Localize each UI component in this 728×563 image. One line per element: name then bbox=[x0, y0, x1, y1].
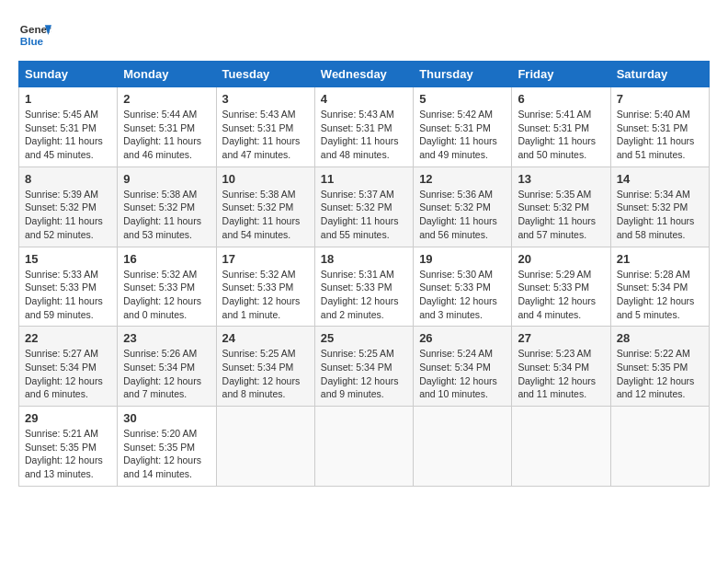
day-number: 8 bbox=[25, 172, 111, 186]
day-number: 19 bbox=[419, 252, 506, 266]
day-info: Sunrise: 5:38 AMSunset: 5:32 PMDaylight:… bbox=[123, 189, 201, 240]
day-info: Sunrise: 5:31 AMSunset: 5:33 PMDaylight:… bbox=[321, 269, 399, 320]
calendar-cell bbox=[512, 407, 610, 487]
day-info: Sunrise: 5:30 AMSunset: 5:33 PMDaylight:… bbox=[419, 269, 497, 320]
weekday-header-wednesday: Wednesday bbox=[314, 62, 413, 87]
weekday-header-sunday: Sunday bbox=[19, 62, 118, 87]
weekday-header-row: SundayMondayTuesdayWednesdayThursdayFrid… bbox=[19, 62, 710, 87]
calendar-cell bbox=[414, 407, 512, 487]
day-number: 28 bbox=[617, 331, 703, 345]
calendar-cell bbox=[216, 407, 314, 487]
day-number: 23 bbox=[123, 331, 210, 345]
day-info: Sunrise: 5:25 AMSunset: 5:34 PMDaylight:… bbox=[321, 348, 399, 399]
day-number: 11 bbox=[321, 172, 407, 186]
calendar-cell: 28 Sunrise: 5:22 AMSunset: 5:35 PMDaylig… bbox=[610, 327, 709, 407]
day-number: 17 bbox=[222, 252, 309, 266]
day-info: Sunrise: 5:35 AMSunset: 5:32 PMDaylight:… bbox=[518, 189, 596, 240]
day-number: 7 bbox=[617, 92, 703, 106]
day-info: Sunrise: 5:23 AMSunset: 5:34 PMDaylight:… bbox=[518, 348, 596, 399]
day-number: 1 bbox=[25, 92, 111, 106]
day-info: Sunrise: 5:21 AMSunset: 5:35 PMDaylight:… bbox=[25, 428, 103, 479]
calendar-cell: 27 Sunrise: 5:23 AMSunset: 5:34 PMDaylig… bbox=[512, 327, 610, 407]
calendar-cell: 14 Sunrise: 5:34 AMSunset: 5:32 PMDaylig… bbox=[610, 167, 709, 247]
calendar-cell: 22 Sunrise: 5:27 AMSunset: 5:34 PMDaylig… bbox=[19, 327, 118, 407]
day-number: 29 bbox=[25, 411, 111, 425]
calendar-cell: 23 Sunrise: 5:26 AMSunset: 5:34 PMDaylig… bbox=[118, 327, 216, 407]
day-number: 13 bbox=[518, 172, 604, 186]
calendar-week-row: 8 Sunrise: 5:39 AMSunset: 5:32 PMDayligh… bbox=[19, 167, 710, 247]
calendar-cell: 2 Sunrise: 5:44 AMSunset: 5:31 PMDayligh… bbox=[118, 87, 216, 167]
calendar-week-row: 1 Sunrise: 5:45 AMSunset: 5:31 PMDayligh… bbox=[19, 87, 710, 167]
day-info: Sunrise: 5:38 AMSunset: 5:32 PMDaylight:… bbox=[222, 189, 301, 240]
calendar-cell: 9 Sunrise: 5:38 AMSunset: 5:32 PMDayligh… bbox=[118, 167, 216, 247]
day-info: Sunrise: 5:29 AMSunset: 5:33 PMDaylight:… bbox=[518, 269, 596, 320]
calendar-week-row: 15 Sunrise: 5:33 AMSunset: 5:33 PMDaylig… bbox=[19, 247, 710, 327]
day-info: Sunrise: 5:40 AMSunset: 5:31 PMDaylight:… bbox=[617, 109, 695, 160]
day-number: 14 bbox=[617, 172, 703, 186]
day-info: Sunrise: 5:44 AMSunset: 5:31 PMDaylight:… bbox=[123, 109, 201, 160]
page-header: General Blue bbox=[18, 18, 710, 52]
day-info: Sunrise: 5:43 AMSunset: 5:31 PMDaylight:… bbox=[321, 109, 399, 160]
weekday-header-friday: Friday bbox=[512, 62, 610, 87]
day-info: Sunrise: 5:28 AMSunset: 5:34 PMDaylight:… bbox=[617, 269, 695, 320]
calendar-cell bbox=[610, 407, 709, 487]
logo: General Blue bbox=[18, 18, 51, 52]
day-number: 30 bbox=[123, 411, 210, 425]
day-number: 12 bbox=[419, 172, 506, 186]
calendar-week-row: 22 Sunrise: 5:27 AMSunset: 5:34 PMDaylig… bbox=[19, 327, 710, 407]
calendar-cell: 1 Sunrise: 5:45 AMSunset: 5:31 PMDayligh… bbox=[19, 87, 118, 167]
day-info: Sunrise: 5:36 AMSunset: 5:32 PMDaylight:… bbox=[419, 189, 497, 240]
day-number: 25 bbox=[321, 331, 407, 345]
calendar-cell: 16 Sunrise: 5:32 AMSunset: 5:33 PMDaylig… bbox=[118, 247, 216, 327]
day-number: 22 bbox=[25, 331, 111, 345]
day-info: Sunrise: 5:37 AMSunset: 5:32 PMDaylight:… bbox=[321, 189, 399, 240]
day-number: 20 bbox=[518, 252, 604, 266]
day-info: Sunrise: 5:27 AMSunset: 5:34 PMDaylight:… bbox=[25, 348, 103, 399]
day-number: 9 bbox=[123, 172, 210, 186]
day-number: 15 bbox=[25, 252, 111, 266]
calendar-cell: 30 Sunrise: 5:20 AMSunset: 5:35 PMDaylig… bbox=[118, 407, 216, 487]
weekday-header-thursday: Thursday bbox=[414, 62, 512, 87]
calendar-cell: 21 Sunrise: 5:28 AMSunset: 5:34 PMDaylig… bbox=[610, 247, 709, 327]
calendar-cell: 26 Sunrise: 5:24 AMSunset: 5:34 PMDaylig… bbox=[414, 327, 512, 407]
day-number: 18 bbox=[321, 252, 407, 266]
day-number: 27 bbox=[518, 331, 604, 345]
day-info: Sunrise: 5:32 AMSunset: 5:33 PMDaylight:… bbox=[222, 269, 301, 320]
day-info: Sunrise: 5:39 AMSunset: 5:32 PMDaylight:… bbox=[25, 189, 103, 240]
day-info: Sunrise: 5:41 AMSunset: 5:31 PMDaylight:… bbox=[518, 109, 596, 160]
calendar-cell: 19 Sunrise: 5:30 AMSunset: 5:33 PMDaylig… bbox=[414, 247, 512, 327]
calendar-cell: 12 Sunrise: 5:36 AMSunset: 5:32 PMDaylig… bbox=[414, 167, 512, 247]
calendar-body: 1 Sunrise: 5:45 AMSunset: 5:31 PMDayligh… bbox=[19, 87, 710, 487]
day-info: Sunrise: 5:34 AMSunset: 5:32 PMDaylight:… bbox=[617, 189, 695, 240]
calendar-cell: 18 Sunrise: 5:31 AMSunset: 5:33 PMDaylig… bbox=[314, 247, 413, 327]
day-info: Sunrise: 5:33 AMSunset: 5:33 PMDaylight:… bbox=[25, 269, 103, 320]
day-number: 5 bbox=[419, 92, 506, 106]
calendar-cell bbox=[314, 407, 413, 487]
calendar-cell: 8 Sunrise: 5:39 AMSunset: 5:32 PMDayligh… bbox=[19, 167, 118, 247]
calendar-cell: 6 Sunrise: 5:41 AMSunset: 5:31 PMDayligh… bbox=[512, 87, 610, 167]
day-number: 21 bbox=[617, 252, 703, 266]
calendar-cell: 5 Sunrise: 5:42 AMSunset: 5:31 PMDayligh… bbox=[414, 87, 512, 167]
svg-text:Blue: Blue bbox=[20, 35, 44, 47]
day-info: Sunrise: 5:22 AMSunset: 5:35 PMDaylight:… bbox=[617, 348, 695, 399]
day-info: Sunrise: 5:45 AMSunset: 5:31 PMDaylight:… bbox=[25, 109, 103, 160]
calendar-cell: 4 Sunrise: 5:43 AMSunset: 5:31 PMDayligh… bbox=[314, 87, 413, 167]
day-number: 10 bbox=[222, 172, 309, 186]
calendar-cell: 20 Sunrise: 5:29 AMSunset: 5:33 PMDaylig… bbox=[512, 247, 610, 327]
calendar-cell: 11 Sunrise: 5:37 AMSunset: 5:32 PMDaylig… bbox=[314, 167, 413, 247]
weekday-header-tuesday: Tuesday bbox=[216, 62, 314, 87]
day-info: Sunrise: 5:24 AMSunset: 5:34 PMDaylight:… bbox=[419, 348, 497, 399]
day-info: Sunrise: 5:32 AMSunset: 5:33 PMDaylight:… bbox=[123, 269, 201, 320]
calendar-cell: 25 Sunrise: 5:25 AMSunset: 5:34 PMDaylig… bbox=[314, 327, 413, 407]
calendar-cell: 7 Sunrise: 5:40 AMSunset: 5:31 PMDayligh… bbox=[610, 87, 709, 167]
calendar-cell: 17 Sunrise: 5:32 AMSunset: 5:33 PMDaylig… bbox=[216, 247, 314, 327]
day-info: Sunrise: 5:43 AMSunset: 5:31 PMDaylight:… bbox=[222, 109, 301, 160]
logo-icon: General Blue bbox=[18, 18, 51, 52]
calendar-table: SundayMondayTuesdayWednesdayThursdayFrid… bbox=[18, 61, 710, 487]
calendar-cell: 24 Sunrise: 5:25 AMSunset: 5:34 PMDaylig… bbox=[216, 327, 314, 407]
weekday-header-monday: Monday bbox=[118, 62, 216, 87]
day-info: Sunrise: 5:20 AMSunset: 5:35 PMDaylight:… bbox=[123, 428, 201, 479]
day-number: 24 bbox=[222, 331, 309, 345]
calendar-week-row: 29 Sunrise: 5:21 AMSunset: 5:35 PMDaylig… bbox=[19, 407, 710, 487]
day-number: 16 bbox=[123, 252, 210, 266]
